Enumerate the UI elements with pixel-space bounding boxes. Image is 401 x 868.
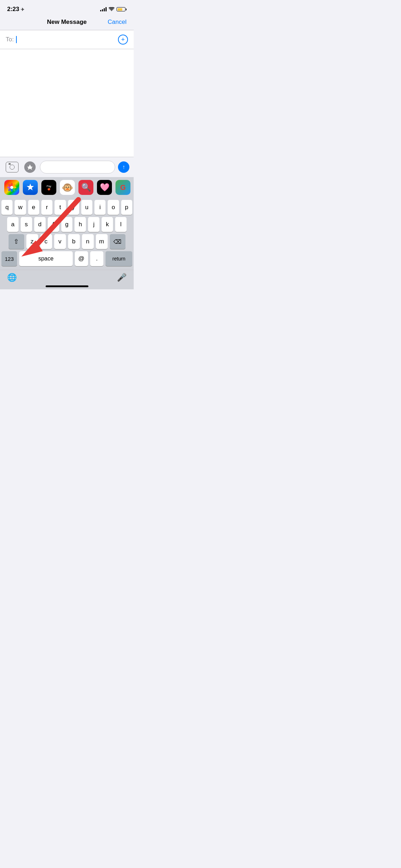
text-cursor: [16, 36, 17, 43]
app-icon-monkey[interactable]: 🐵: [60, 180, 75, 195]
message-toolbar: ↑: [0, 157, 134, 177]
key-row-2: a s d f g h j k l: [1, 217, 132, 232]
key-m[interactable]: m: [96, 234, 108, 249]
maps-label: G: [120, 184, 126, 192]
key-u[interactable]: u: [81, 200, 92, 215]
space-key[interactable]: space: [19, 251, 73, 266]
key-d[interactable]: d: [34, 217, 46, 232]
key-w[interactable]: w: [15, 200, 26, 215]
shift-key[interactable]: ⇧: [9, 234, 24, 249]
appstore-icon: [24, 161, 36, 173]
microphone-button[interactable]: 🎤: [117, 273, 127, 282]
send-button[interactable]: ↑: [118, 161, 129, 173]
send-icon: ↑: [122, 164, 125, 170]
key-g[interactable]: g: [61, 217, 73, 232]
app-icon-heart[interactable]: 🩷: [97, 180, 112, 195]
key-z[interactable]: z: [26, 234, 38, 249]
home-indicator: [46, 285, 88, 287]
key-v[interactable]: v: [54, 234, 66, 249]
key-h[interactable]: h: [74, 217, 86, 232]
camera-button[interactable]: [4, 160, 20, 174]
return-key[interactable]: return: [106, 251, 132, 266]
applepay-label: Pay: [47, 185, 51, 188]
key-e[interactable]: e: [28, 200, 39, 215]
dot-key[interactable]: .: [90, 251, 103, 266]
heart-emoji: 🩷: [100, 183, 109, 192]
key-y[interactable]: y: [68, 200, 79, 215]
search-emoji: 🔍: [81, 183, 91, 192]
key-t[interactable]: t: [55, 200, 66, 215]
header: New Message Cancel: [0, 16, 134, 30]
key-o[interactable]: o: [108, 200, 119, 215]
location-icon: ✈: [21, 7, 25, 12]
numbers-key[interactable]: 123: [1, 251, 17, 266]
app-icon-applepay[interactable]: Pay 🍎: [41, 180, 56, 195]
key-r[interactable]: r: [41, 200, 52, 215]
key-s[interactable]: s: [21, 217, 32, 232]
key-a[interactable]: a: [7, 217, 19, 232]
apple-symbol: 🍎: [47, 188, 51, 191]
status-time: 2:23 ✈: [7, 6, 25, 13]
keyboard: q w e r t y u i o p a s d f g h j k: [0, 198, 134, 270]
key-row-1: q w e r t y u i o p: [1, 200, 132, 215]
at-key[interactable]: @: [75, 251, 88, 266]
app-icons-row: Pay 🍎 🐵 🔍 🩷 G: [0, 177, 134, 198]
key-c[interactable]: c: [40, 234, 52, 249]
to-field[interactable]: To: +: [0, 30, 134, 49]
cancel-button[interactable]: Cancel: [108, 19, 127, 26]
bottom-bar: 🌐 🎤: [0, 270, 134, 289]
to-label: To:: [6, 36, 14, 43]
app-icon-photos[interactable]: [4, 180, 19, 195]
bottom-section: ↑: [0, 157, 134, 289]
key-q[interactable]: q: [1, 200, 12, 215]
key-row-3: ⇧ z c v b n m ⌫: [1, 234, 132, 249]
appstore-button[interactable]: [23, 160, 37, 174]
screen: 2:23 ✈ New Mes: [0, 0, 134, 289]
message-input[interactable]: [40, 161, 115, 174]
signal-bars: [100, 7, 107, 11]
delete-key[interactable]: ⌫: [110, 234, 125, 249]
key-i[interactable]: i: [94, 200, 106, 215]
status-icons: [100, 7, 127, 11]
status-bar: 2:23 ✈: [0, 0, 134, 16]
svg-point-10: [10, 186, 13, 189]
key-b[interactable]: b: [68, 234, 80, 249]
add-recipient-button[interactable]: +: [118, 35, 128, 45]
key-k[interactable]: k: [102, 217, 113, 232]
monkey-emoji: 🐵: [62, 182, 73, 193]
app-icon-appstore[interactable]: [23, 180, 38, 195]
key-l[interactable]: l: [115, 217, 127, 232]
app-icon-search[interactable]: 🔍: [78, 180, 93, 195]
time-display: 2:23: [7, 6, 19, 13]
message-body[interactable]: [0, 49, 134, 157]
key-p[interactable]: p: [121, 200, 132, 215]
camera-icon: [6, 162, 19, 172]
app-icon-maps[interactable]: G: [115, 180, 130, 195]
key-row-4: 123 space @ . return: [1, 251, 132, 266]
key-n[interactable]: n: [82, 234, 94, 249]
page-title: New Message: [47, 19, 87, 26]
key-j[interactable]: j: [88, 217, 99, 232]
key-f[interactable]: f: [48, 217, 59, 232]
battery-icon: [117, 7, 127, 11]
wifi-icon: [109, 7, 114, 11]
globe-button[interactable]: 🌐: [7, 273, 17, 282]
